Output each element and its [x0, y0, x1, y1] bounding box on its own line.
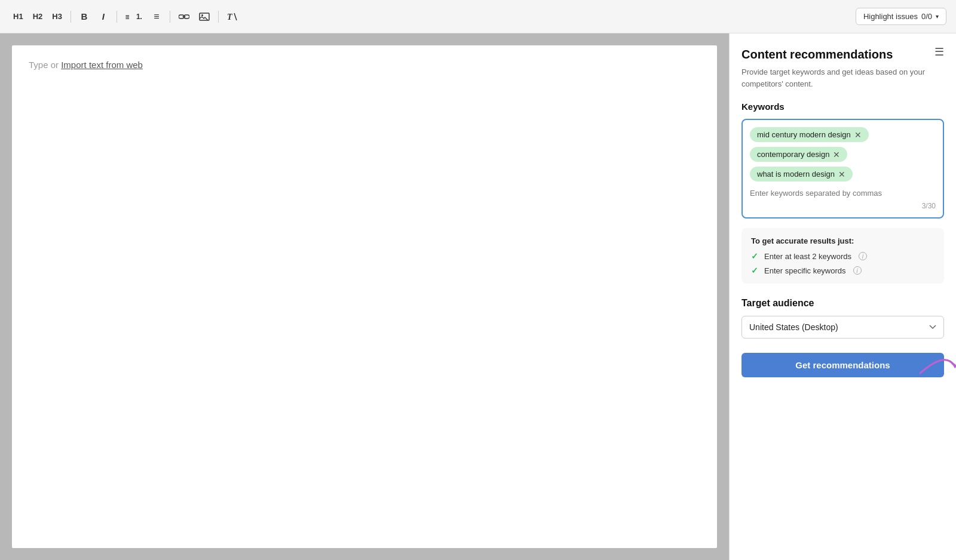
h2-button[interactable]: H2	[29, 8, 47, 25]
panel-subtitle: Provide target keywords and get ideas ba…	[741, 66, 944, 90]
bold-button[interactable]: B	[76, 8, 93, 25]
tip-check-icon-2: ✓	[751, 266, 758, 275]
svg-rect-1	[200, 13, 209, 20]
panel-menu-button[interactable]: ☰	[932, 43, 946, 61]
right-panel: ☰ Content recommendations Provide target…	[729, 33, 956, 560]
tip-text-2: Enter specific keywords	[764, 266, 846, 275]
svg-marker-5	[950, 360, 956, 368]
panel-title: Content recommendations	[741, 48, 944, 61]
clear-format-icon: T	[227, 12, 238, 21]
tip-item-2: ✓ Enter specific keywords i	[751, 266, 934, 275]
keyword-tag: contemporary design ✕	[750, 147, 847, 162]
ordered-list-icon: ≡	[125, 13, 136, 21]
unordered-list-icon: ≡	[154, 11, 159, 22]
italic-button[interactable]: I	[95, 8, 112, 25]
h1-button[interactable]: H1	[10, 8, 27, 25]
svg-point-2	[201, 14, 203, 16]
keyword-tag-text: mid century modern design	[757, 130, 851, 139]
link-button[interactable]	[175, 8, 193, 25]
keywords-input[interactable]	[750, 189, 936, 198]
editor-toolbar: H1 H2 H3 B I ≡ 1. ≡ T Highlight issues 0…	[0, 0, 956, 33]
keyword-tag: mid century modern design ✕	[750, 127, 869, 142]
toolbar-divider-1	[71, 11, 71, 23]
svg-line-4	[234, 13, 237, 20]
audience-select[interactable]: United States (Desktop)	[741, 316, 944, 339]
ordered-list-button[interactable]: ≡ 1.	[122, 8, 146, 25]
tip-text-1: Enter at least 2 keywords	[764, 252, 851, 261]
tip-item-1: ✓ Enter at least 2 keywords i	[751, 251, 934, 261]
editor-placeholder-text: Type or	[29, 60, 61, 70]
clear-format-button[interactable]: T	[223, 8, 241, 25]
editor-area: Type or Import text from web	[0, 33, 729, 560]
svg-text:≡: ≡	[125, 13, 130, 21]
tips-box: To get accurate results just: ✓ Enter at…	[741, 228, 944, 284]
arrow-annotation	[914, 349, 956, 381]
keyword-remove-button[interactable]: ✕	[833, 150, 840, 159]
highlight-label: Highlight issues	[863, 12, 918, 21]
import-text-link[interactable]: Import text from web	[61, 60, 143, 70]
unordered-list-button[interactable]: ≡	[148, 8, 165, 25]
tip-info-icon-1[interactable]: i	[859, 252, 867, 260]
get-btn-wrapper: Get recommendations	[741, 353, 944, 377]
h3-button[interactable]: H3	[48, 8, 66, 25]
svg-text:T: T	[227, 13, 233, 21]
link-icon	[179, 13, 189, 20]
keywords-box[interactable]: mid century modern design ✕ contemporary…	[741, 119, 944, 219]
toolbar-divider-3	[170, 11, 170, 23]
keyword-tag: what is modern design ✕	[750, 167, 853, 181]
image-icon	[199, 13, 210, 21]
keyword-tag-text: contemporary design	[757, 150, 829, 159]
main-layout: Type or Import text from web ☰ Content r…	[0, 33, 956, 560]
keyword-tags-container: mid century modern design ✕ contemporary…	[750, 127, 936, 181]
target-audience-label: Target audience	[741, 298, 944, 309]
highlight-chevron-icon: ▾	[936, 13, 939, 20]
arrow-svg	[914, 349, 956, 379]
keywords-section-label: Keywords	[741, 101, 944, 112]
highlight-issues-button[interactable]: Highlight issues 0/0 ▾	[856, 8, 946, 25]
keyword-remove-button[interactable]: ✕	[854, 131, 862, 139]
keyword-tag-text: what is modern design	[757, 170, 835, 179]
editor-content[interactable]: Type or Import text from web	[12, 45, 717, 548]
keywords-counter: 3/30	[750, 202, 936, 210]
keyword-remove-button[interactable]: ✕	[838, 170, 845, 179]
highlight-count: 0/0	[921, 12, 932, 21]
tip-info-icon-2[interactable]: i	[853, 266, 862, 275]
tip-check-icon-1: ✓	[751, 251, 758, 261]
tips-title: To get accurate results just:	[751, 236, 934, 245]
toolbar-divider-4	[218, 11, 219, 23]
toolbar-divider-2	[117, 11, 117, 23]
image-button[interactable]	[195, 8, 213, 25]
